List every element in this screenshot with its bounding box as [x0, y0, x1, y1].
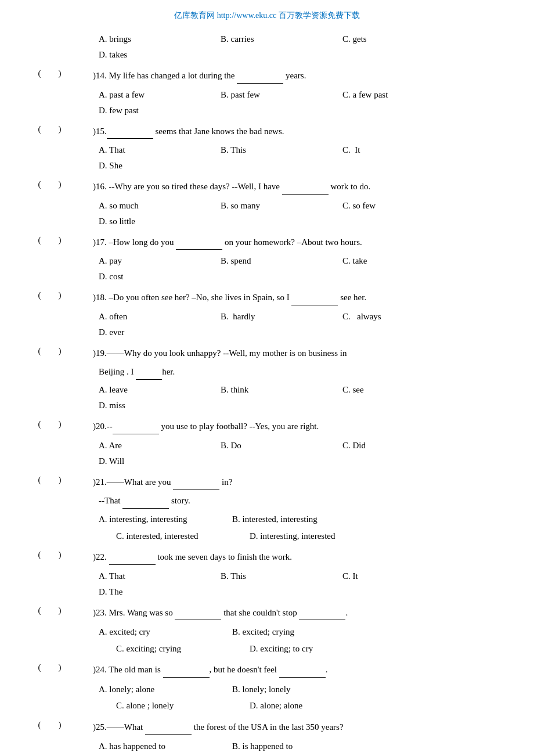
q23-blank1 — [175, 611, 221, 620]
q25-opt-a: A. has happened to — [99, 738, 215, 755]
q20-opt-b: B. Do — [221, 438, 319, 453]
q24-text: )24. The old man is , but he doesn't fee… — [93, 663, 499, 678]
q23-opt-d: D. exciting; to cry — [250, 640, 366, 657]
q14-text: )14. My life has changed a lot during th… — [93, 69, 499, 84]
q20-options: A. Are B. Do C. Did D. Will — [99, 438, 499, 469]
q24-blank1 — [163, 668, 210, 678]
q20-close-paren: ) — [55, 419, 64, 429]
q19-text: )19.——Why do you look unhappy? --Well, m… — [93, 346, 499, 361]
q18-opt-d: D. ever — [99, 325, 197, 340]
q21-options-line1: A. interesting, interesting B. intereste… — [99, 511, 499, 528]
q22-opt-a: A. That — [99, 568, 197, 584]
q20-row: ( ) )20.-- you use to play football? --Y… — [35, 419, 499, 434]
q13-opt-d: D. takes — [99, 47, 197, 63]
q15-opt-a: A. That — [99, 142, 197, 158]
q19-line2: Beijing . I her. — [99, 364, 499, 380]
q13-opt-a: A. brings — [99, 31, 197, 47]
q21-text: )21.——What are you in? — [93, 475, 499, 490]
q19-close-paren: ) — [55, 346, 64, 356]
q23-open-paren: ( — [35, 606, 44, 615]
q22-paren-num: ( ) — [35, 550, 93, 560]
page: 亿库教育网 http://www.eku.cc 百万教学资源免费下载 A. br… — [0, 0, 534, 756]
q18-space — [45, 290, 54, 300]
q16-space — [45, 179, 54, 189]
q24-space — [45, 663, 54, 672]
q14-open-paren: ( — [35, 69, 44, 78]
q21-line2: --That story. — [99, 493, 499, 509]
q15-row: ( ) )15. seems that Jane knows the bad n… — [35, 124, 499, 139]
q19-opt-b: B. think — [221, 382, 319, 398]
q23-options-line1: A. excited; cry B. excited; crying — [99, 624, 499, 640]
q24-open-paren: ( — [35, 663, 44, 672]
q23-opt-c: C. exciting; crying — [116, 640, 232, 657]
q16-blank — [282, 185, 329, 195]
q18-text: )18. –Do you often see her? –No, she liv… — [93, 290, 499, 305]
q16-text: )16. --Why are you so tired these days? … — [93, 179, 499, 195]
q22-text: )22. took me seven days to finish the wo… — [93, 550, 499, 565]
q19-opt-a: A. leave — [99, 382, 197, 398]
q15-opt-b: B. This — [221, 142, 319, 158]
q18-opt-b: B. hardly — [221, 309, 319, 325]
q17-opt-d: D. cost — [99, 269, 197, 285]
q23-text: )23. Mrs. Wang was so that she couldn't … — [93, 606, 499, 621]
q24-options-line2: C. alone ; lonely D. alone; alone — [99, 697, 499, 714]
q22-blank — [109, 556, 156, 565]
q22-close-paren: ) — [55, 550, 64, 560]
q25-text: )25.——What the forest of the USA in the … — [93, 720, 499, 735]
q21-opt-b: B. interested, interesting — [232, 511, 348, 528]
q16-opt-c: C. so few — [342, 198, 441, 214]
q19-row: ( ) )19.——Why do you look unhappy? --Wel… — [35, 346, 499, 361]
q25-close-paren: ) — [55, 720, 64, 730]
q22-options: A. That B. This C. It D. The — [99, 568, 499, 600]
q18-close-paren: ) — [55, 290, 64, 300]
q19-paren-num: ( ) — [35, 346, 93, 356]
q24-options: A. lonely; alone B. lonely; lonely C. al… — [99, 681, 499, 714]
q16-row: ( ) )16. --Why are you so tired these da… — [35, 179, 499, 195]
q17-open-paren: ( — [35, 235, 44, 245]
q25-opt-b: B. is happened to — [232, 738, 348, 755]
q21-options: A. interesting, interesting B. intereste… — [99, 511, 499, 544]
q16-close-paren: ) — [55, 179, 64, 189]
q17-opt-a: A. pay — [99, 253, 197, 269]
q19-space — [45, 346, 54, 356]
q17-space — [45, 235, 54, 245]
q14-space — [45, 69, 54, 78]
q20-open-paren: ( — [35, 419, 44, 429]
q13-options-row: A. brings B. carries C. gets D. takes — [99, 31, 499, 63]
q15-close-paren: ) — [55, 124, 64, 134]
q18-opt-a: A. often — [99, 309, 197, 325]
q24-opt-c: C. alone ; lonely — [116, 697, 232, 714]
q21-opt-c: C. interested, interested — [116, 528, 232, 545]
q22-opt-d: D. The — [99, 584, 197, 600]
q14-opt-a: A. past a few — [99, 87, 197, 103]
q24-opt-d: D. alone; alone — [250, 697, 366, 714]
q24-close-paren: ) — [55, 663, 64, 672]
q21-opt-a: A. interesting, interesting — [99, 511, 215, 528]
q21-paren-num: ( ) — [35, 475, 93, 485]
q23-row: ( ) )23. Mrs. Wang was so that she could… — [35, 606, 499, 621]
q14-opt-c: C. a few past — [342, 87, 441, 103]
q20-paren-num: ( ) — [35, 419, 93, 429]
q17-paren-num: ( ) — [35, 235, 93, 245]
q17-row: ( ) )17. –How long do you on your homewo… — [35, 235, 499, 250]
q25-space — [45, 720, 54, 730]
q15-paren-num: ( ) — [35, 124, 93, 134]
q25-open-paren: ( — [35, 720, 44, 730]
q17-opt-c: C. take — [342, 253, 441, 269]
q16-paren-num: ( ) — [35, 179, 93, 189]
q21-blank2 — [122, 499, 169, 509]
q15-options: A. That B. This C. It D. She — [99, 142, 499, 174]
q19-opt-d: D. miss — [99, 398, 197, 413]
q25-row: ( ) )25.——What the forest of the USA in … — [35, 720, 499, 735]
q25-options: A. has happened to B. is happened to — [99, 738, 499, 755]
q13-opt-b: B. carries — [221, 31, 319, 47]
header: 亿库教育网 http://www.eku.cc 百万教学资源免费下载 — [35, 6, 499, 21]
q20-opt-c: C. Did — [342, 438, 441, 453]
q24-options-line1: A. lonely; alone B. lonely; lonely — [99, 681, 499, 698]
q24-row: ( ) )24. The old man is , but he doesn't… — [35, 663, 499, 678]
q16-opt-d: D. so little — [99, 214, 197, 229]
q14-opt-b: B. past few — [221, 87, 319, 103]
q21-blank1 — [173, 480, 219, 489]
q16-opt-b: B. so many — [221, 198, 319, 214]
q16-open-paren: ( — [35, 179, 44, 189]
